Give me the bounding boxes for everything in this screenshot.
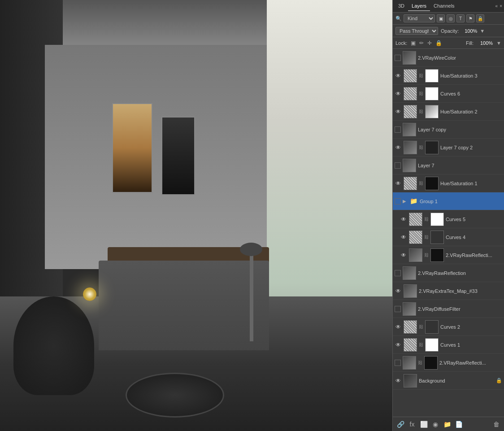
layer-visibility-checkbox[interactable] (395, 55, 401, 61)
chain-icon: ⛓ (424, 213, 429, 226)
layer-mask-thumbnail (425, 177, 439, 190)
filter-type-btn[interactable]: T (456, 14, 465, 22)
layer-mask-thumbnail (430, 213, 444, 226)
layer-mask-thumbnail (425, 320, 439, 334)
layer-item[interactable]: ⛓ 2.VRayRawReflecti... (393, 354, 504, 372)
group-expand-arrow[interactable]: ▶ (403, 199, 408, 204)
layer-item[interactable]: 2.VRayDiffuseFilter (393, 300, 504, 318)
layer-thumbnail (403, 159, 416, 172)
tab-channels[interactable]: Channels (430, 1, 458, 11)
layer-name: 2.VRayDiffuseFilter (418, 306, 502, 312)
add-adjustment-btn[interactable]: ◉ (430, 419, 440, 429)
chain-icon: ⛓ (419, 320, 423, 334)
layer-thumbnail (403, 356, 416, 370)
layer-thumbnail (409, 231, 422, 244)
layer-item[interactable]: 👁 ⛓ Hue/Saturation 3 (393, 67, 504, 85)
delete-layer-btn[interactable]: 🗑 (491, 419, 501, 429)
opacity-arrow[interactable]: ▼ (480, 28, 485, 34)
fx-btn[interactable]: fx (407, 419, 417, 429)
layer-item[interactable]: 👁 2.VRayExtraTex_Map_#33 (393, 282, 504, 300)
layer-item[interactable]: 👁 ⛓ Curves 2 (393, 318, 504, 336)
layer-item[interactable]: 👁 ⛓ Hue/Saturation 2 (393, 103, 504, 121)
layer-thumbnail (404, 320, 417, 334)
blend-mode-select[interactable]: Pass Through Normal Multiply Screen (395, 27, 438, 35)
chain-icon: ⛓ (418, 356, 422, 370)
layer-options: Pass Through Normal Multiply Screen Opac… (393, 25, 504, 37)
layer-thumbnail (404, 284, 417, 298)
layers-list: 2.VRayWireColor 👁 ⛓ Hue/Saturation 3 👁 ⛓… (393, 49, 504, 417)
lock-bar: Lock: ▣ ✏ ✛ 🔒 Fill: 100% ▼ (393, 37, 504, 49)
layer-eye-icon[interactable]: 👁 (400, 216, 407, 223)
lock-image-btn[interactable]: ✏ (419, 40, 424, 46)
layer-thumbnail (404, 87, 417, 100)
layer-visibility-checkbox[interactable] (395, 162, 401, 169)
layer-visibility-checkbox[interactable] (395, 306, 401, 312)
layer-mask-thumbnail (425, 141, 439, 154)
layer-item[interactable]: 👁 ⛓ Layer 7 copy 2 (393, 139, 504, 157)
layer-eye-icon[interactable]: 👁 (395, 144, 402, 151)
layer-item[interactable]: 👁 ⛓ 2.VRayRawReflecti... (393, 246, 504, 264)
layer-thumbnail (409, 248, 422, 262)
chain-icon: ⛓ (419, 177, 423, 190)
filter-adjustment-btn[interactable]: ◎ (447, 14, 455, 22)
layer-thumbnail (404, 105, 417, 118)
lock-all-btn[interactable]: 🔒 (435, 40, 442, 46)
layer-item-background[interactable]: 👁 Background 🔒 (393, 372, 504, 390)
new-group-btn[interactable]: 📁 (442, 419, 452, 429)
layer-eye-icon[interactable]: 👁 (395, 108, 402, 115)
layer-eye-icon[interactable]: 👁 (395, 341, 402, 348)
layer-item[interactable]: 2.VRayWireColor (393, 49, 504, 67)
filter-smart-btn[interactable]: 🔒 (476, 14, 484, 22)
filter-shape-btn[interactable]: ⚑ (466, 14, 474, 22)
layer-item[interactable]: 👁 ⛓ Curves 1 (393, 336, 504, 354)
canvas-image (0, 0, 392, 431)
layer-name: Hue/Saturation 1 (440, 181, 502, 186)
layer-name: 2.VRayRawReflecti... (446, 253, 502, 258)
layer-thumbnail (404, 69, 417, 83)
layer-eye-icon[interactable]: 👁 (395, 287, 402, 295)
layer-name: 2.VRayExtraTex_Map_#33 (419, 288, 502, 294)
link-layers-btn[interactable]: 🔗 (395, 419, 405, 429)
layer-eye-icon[interactable]: 👁 (395, 180, 402, 187)
layer-item[interactable]: 👁 ⛓ Curves 6 (393, 85, 504, 103)
layer-eye-icon[interactable]: 👁 (400, 252, 407, 259)
layer-visibility-checkbox[interactable] (395, 360, 401, 366)
layer-name: Curves 4 (446, 235, 502, 240)
layer-eye-icon[interactable]: 👁 (395, 323, 402, 331)
kind-select[interactable]: Kind (404, 14, 435, 22)
layer-visibility-checkbox[interactable] (395, 198, 401, 205)
layer-eye-icon[interactable]: 👁 (400, 234, 407, 241)
layer-item[interactable]: 👁 ⛓ Curves 5 (393, 210, 504, 228)
panel-collapse-btn[interactable]: « (495, 4, 498, 9)
layer-eye-icon[interactable]: 👁 (395, 90, 402, 97)
layer-eye-icon[interactable]: 👁 (395, 377, 402, 384)
layer-eye-icon[interactable]: 👁 (395, 72, 402, 79)
layer-visibility-checkbox[interactable] (395, 126, 401, 133)
filter-pixel-btn[interactable]: ▣ (437, 14, 445, 22)
lock-transparency-btn[interactable]: ▣ (411, 40, 416, 46)
layer-item[interactable]: Layer 7 copy (393, 121, 504, 139)
tab-3d[interactable]: 3D (395, 1, 408, 11)
layer-thumbnail (403, 51, 416, 65)
layer-item[interactable]: Layer 7 (393, 157, 504, 174)
layer-visibility-checkbox[interactable] (395, 270, 401, 276)
layer-thumbnail (409, 213, 422, 226)
new-layer-btn[interactable]: 📄 (454, 419, 464, 429)
panel-close-btn[interactable]: × (500, 4, 502, 9)
layer-item[interactable]: 👁 ⛓ Curves 4 (393, 228, 504, 246)
layer-name: Hue/Saturation 2 (440, 109, 502, 114)
lock-position-btn[interactable]: ✛ (427, 40, 432, 46)
layer-item[interactable]: 2.VRayRawReflection (393, 264, 504, 282)
layer-item[interactable]: 👁 ⛓ Hue/Saturation 1 (393, 174, 504, 192)
layer-thumbnail (404, 177, 417, 190)
layer-thumbnail (403, 123, 416, 136)
layer-item-group[interactable]: ▶ 📁 Group 1 (393, 192, 504, 210)
tab-layers[interactable]: Layers (408, 1, 430, 11)
canvas-area (0, 0, 392, 431)
fill-arrow[interactable]: ▼ (496, 40, 501, 46)
layer-thumbnail (404, 338, 417, 352)
add-mask-btn[interactable]: ⬜ (419, 419, 429, 429)
fill-value: 100% (477, 40, 493, 46)
layer-name: Group 1 (420, 199, 502, 204)
layer-thumbnail (403, 266, 416, 280)
